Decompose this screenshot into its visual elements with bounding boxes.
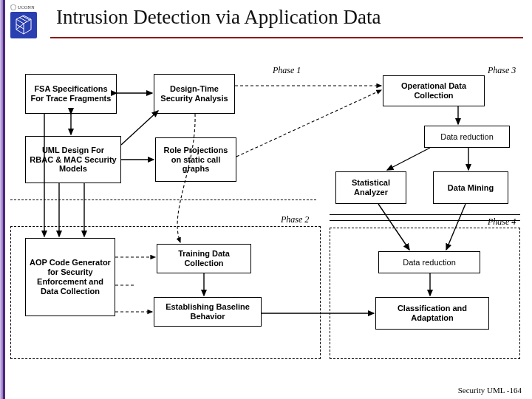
phase4-region bbox=[330, 228, 520, 359]
phase1-region bbox=[10, 200, 316, 200]
box-aop: AOP Code Generator for Security Enforcem… bbox=[25, 238, 115, 316]
box-mining: Data Mining bbox=[433, 171, 508, 204]
slide-footer: Security UML -164 bbox=[458, 386, 522, 395]
org-label: UCONN bbox=[10, 4, 43, 10]
title-rule bbox=[50, 37, 523, 38]
accent-stripe bbox=[0, 0, 5, 399]
box-dr2: Data reduction bbox=[378, 251, 480, 273]
diagram-canvas: Phase 1 Phase 2 Phase 3 Phase 4 FSA Spec… bbox=[10, 64, 522, 359]
slide-header: UCONN Intrusion Detection via Applicatio… bbox=[7, 4, 526, 49]
slide-title: Intrusion Detection via Application Data bbox=[56, 6, 381, 29]
box-fsa: FSA Specifications For Trace Fragments bbox=[25, 74, 117, 114]
phase-divider bbox=[330, 214, 520, 215]
box-stat: Statistical Analyzer bbox=[335, 171, 406, 204]
box-classif: Classification and Adaptation bbox=[375, 297, 489, 330]
phase1-label: Phase 1 bbox=[273, 65, 301, 76]
svg-line-2 bbox=[121, 111, 158, 145]
box-baseline: Establishing Baseline Behavior bbox=[154, 297, 262, 327]
phase4-label: Phase 4 bbox=[488, 216, 516, 228]
box-uml: UML Design For RBAC & MAC Security Model… bbox=[25, 136, 121, 183]
box-odc: Operational Data Collection bbox=[383, 75, 485, 106]
cube-icon bbox=[10, 12, 37, 38]
shield-icon bbox=[10, 4, 16, 10]
box-dts: Design-Time Security Analysis bbox=[154, 74, 235, 114]
uconn-logo: UCONN bbox=[10, 4, 43, 45]
box-dr1: Data reduction bbox=[424, 126, 510, 148]
phase2-label: Phase 2 bbox=[281, 214, 309, 225]
box-train: Training Data Collection bbox=[157, 244, 251, 273]
phase3-label: Phase 3 bbox=[488, 65, 516, 76]
box-role: Role Projections on static call graphs bbox=[155, 137, 236, 182]
